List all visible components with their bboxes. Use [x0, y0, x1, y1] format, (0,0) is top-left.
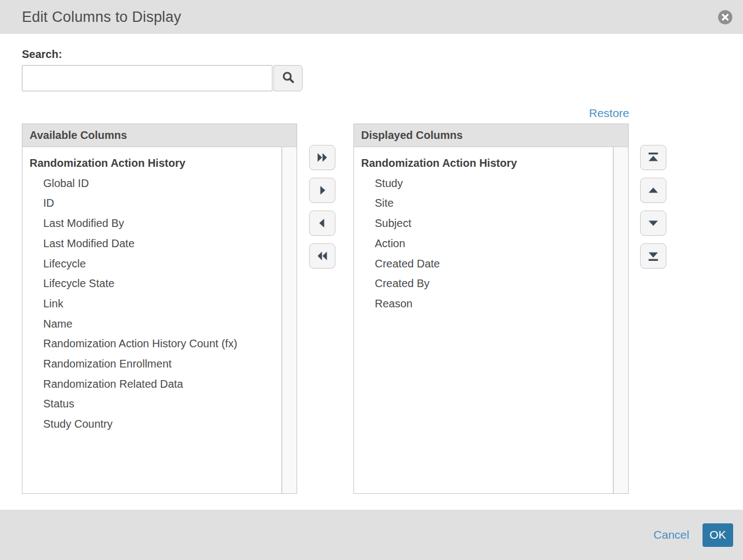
- double-arrow-right-icon: [315, 150, 329, 165]
- move-to-bottom-button[interactable]: [640, 243, 666, 269]
- displayed-columns-list: Randomization Action History StudySiteSu…: [354, 147, 613, 493]
- reorder-button-column: [640, 145, 666, 269]
- arrow-up-icon: [646, 183, 661, 198]
- column-item[interactable]: ID: [30, 193, 281, 213]
- search-input[interactable]: [22, 65, 272, 91]
- displayed-columns-panel: Displayed Columns Randomization Action H…: [353, 124, 629, 494]
- move-to-bottom-icon: [646, 248, 661, 264]
- column-item[interactable]: Lifecycle State: [30, 273, 281, 294]
- move-up-button[interactable]: [640, 178, 666, 203]
- double-arrow-left-icon: [315, 249, 329, 263]
- column-item[interactable]: Study Country: [30, 414, 281, 434]
- available-columns-header: Available Columns: [22, 124, 297, 147]
- available-columns-list: Randomization Action History Global IDID…: [22, 147, 281, 493]
- column-item[interactable]: Last Modified Date: [30, 234, 281, 254]
- ok-button[interactable]: OK: [703, 523, 733, 547]
- arrow-right-icon: [315, 183, 329, 197]
- column-item[interactable]: Randomization Enrollment: [30, 354, 281, 374]
- search-row: [22, 65, 303, 91]
- column-group-title: Randomization Action History: [361, 153, 613, 173]
- edit-columns-dialog: Edit Columns to Display Search: Restore: [0, 0, 743, 560]
- column-item[interactable]: Action: [361, 234, 613, 254]
- column-item[interactable]: Created By: [361, 273, 613, 294]
- available-columns-panel: Available Columns Randomization Action H…: [22, 124, 297, 494]
- dialog-title: Edit Columns to Display: [22, 9, 181, 26]
- column-item[interactable]: Created Date: [361, 254, 613, 274]
- column-item[interactable]: Study: [361, 173, 613, 194]
- move-all-left-button[interactable]: [309, 243, 335, 269]
- column-item[interactable]: Site: [361, 193, 613, 213]
- magnifier-icon: [280, 69, 297, 88]
- arrow-left-icon: [315, 216, 329, 230]
- column-group-title: Randomization Action History: [30, 153, 281, 173]
- move-to-top-icon: [646, 150, 661, 165]
- move-all-right-button[interactable]: [309, 145, 335, 170]
- column-item[interactable]: Reason: [361, 294, 613, 314]
- dialog-titlebar: Edit Columns to Display: [0, 0, 743, 34]
- arrow-down-icon: [646, 215, 661, 231]
- transfer-button-column: [309, 145, 335, 269]
- move-left-button[interactable]: [309, 211, 335, 236]
- cancel-link[interactable]: Cancel: [653, 528, 689, 541]
- column-item[interactable]: Name: [30, 314, 281, 334]
- search-button[interactable]: [274, 65, 303, 91]
- displayed-scrollbar[interactable]: [613, 147, 628, 493]
- column-item[interactable]: Link: [30, 294, 281, 314]
- restore-link[interactable]: Restore: [589, 107, 629, 120]
- column-item[interactable]: Global ID: [30, 173, 281, 194]
- move-right-button[interactable]: [309, 178, 335, 203]
- move-to-top-button[interactable]: [640, 145, 666, 170]
- column-item[interactable]: Status: [30, 394, 281, 414]
- column-item[interactable]: Lifecycle: [30, 254, 281, 274]
- column-item[interactable]: Randomization Action History Count (fx): [30, 334, 281, 354]
- displayed-columns-header: Displayed Columns: [354, 124, 628, 147]
- column-item[interactable]: Randomization Related Data: [30, 374, 281, 394]
- move-down-button[interactable]: [640, 211, 666, 236]
- close-icon: [718, 17, 733, 26]
- close-button[interactable]: [718, 10, 733, 25]
- column-item[interactable]: Last Modified By: [30, 213, 281, 234]
- column-item[interactable]: Subject: [361, 213, 613, 234]
- search-label: Search:: [22, 48, 62, 61]
- dialog-footer: Cancel OK: [0, 510, 743, 560]
- available-scrollbar[interactable]: [281, 147, 297, 493]
